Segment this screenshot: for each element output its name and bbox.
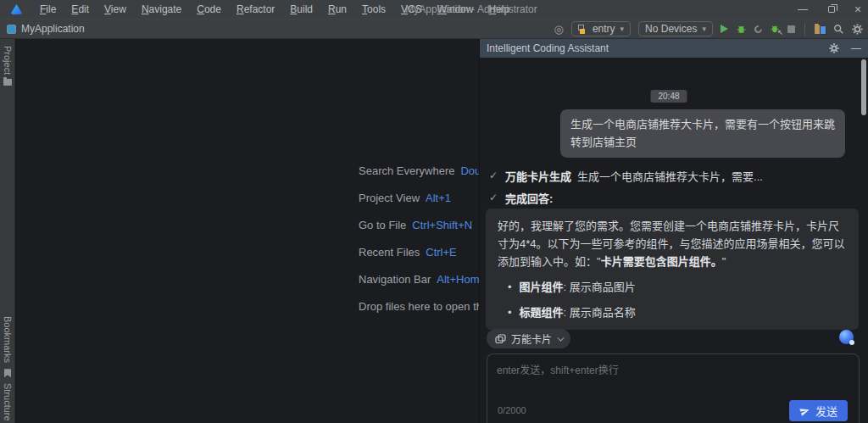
attach-profiler-icon[interactable] [753, 24, 764, 35]
menu-edit[interactable]: Edit [64, 0, 97, 19]
window-minimize-icon[interactable]: — [790, 3, 815, 15]
menu-run[interactable]: Run [320, 0, 354, 19]
window-title: MyApplication - Administrator [405, 3, 537, 15]
window-close-icon[interactable]: × [848, 3, 868, 16]
panel-settings-gear-icon[interactable] [829, 43, 839, 53]
deveco-logo-icon [11, 4, 22, 14]
assistant-step: ✓ 完成回答: [489, 188, 851, 207]
sidebar-item-bookmarks[interactable]: Bookmarks [3, 316, 13, 363]
debug-icon[interactable] [736, 24, 747, 35]
run-icon[interactable] [721, 25, 728, 33]
module-icon [578, 25, 587, 34]
left-tool-stripe: Project Bookmarks Structure [0, 39, 15, 423]
assistant-step: ✓ 万能卡片生成 生成一个电商店铺推荐大卡片，需要... [489, 166, 851, 185]
check-icon: ✓ [489, 170, 498, 181]
main-toolbar: MyApplication ◎ entry ▾ No Devices ▾ ↖ [0, 19, 868, 39]
window-restore-icon[interactable] [828, 6, 835, 13]
chevron-down-icon: ▾ [620, 25, 625, 33]
menu-navigate[interactable]: Navigate [134, 0, 189, 19]
project-selector[interactable]: MyApplication [7, 23, 85, 35]
arrow-icon: ↖ [777, 29, 783, 36]
message-composer: 0/2000 发送 [487, 353, 860, 423]
project-folder-icon [3, 79, 12, 86]
menu-build[interactable]: Build [282, 0, 320, 19]
assistant-panel-header: Intelligent Coding Assistant — [480, 39, 868, 58]
menu-refactor[interactable]: Refactor [229, 0, 282, 19]
send-button[interactable]: 发送 [789, 400, 848, 421]
assistant-panel: Intelligent Coding Assistant — 20:48 生成一… [479, 39, 868, 423]
card-icon [495, 334, 506, 344]
panel-scrollbar[interactable] [861, 59, 866, 115]
message-input[interactable] [487, 354, 859, 390]
list-item: • 图片组件: 展示商品图片 [498, 278, 847, 296]
settings-gear-icon[interactable] [852, 24, 863, 35]
send-label: 发送 [815, 403, 837, 419]
bookmark-icon [4, 369, 11, 377]
component-list: • 图片组件: 展示商品图片 • 标题组件: 展示商品名称 [498, 278, 847, 321]
stop-icon[interactable] [787, 25, 795, 33]
bullet-icon: • [508, 303, 512, 321]
response-text: 好的，我理解了您的需求。您需要创建一个电商店铺推荐卡片，卡片尺寸为4*4。以下为… [498, 220, 845, 268]
chat-timestamp: 20:48 [650, 90, 687, 103]
list-item: • 标题组件: 展示商品名称 [498, 303, 847, 321]
ai-sphere-icon[interactable] [839, 330, 854, 344]
device-label: No Devices [645, 23, 697, 35]
panel-minimize-icon[interactable]: — [851, 42, 861, 54]
paper-plane-icon [799, 406, 810, 416]
chevron-down-icon [557, 334, 564, 341]
device-dropdown[interactable]: No Devices ▾ [638, 21, 713, 36]
skill-selector-dropdown[interactable]: 万能卡片 [487, 329, 570, 348]
device-manager-icon[interactable] [815, 25, 826, 34]
menu-file[interactable]: File [32, 0, 64, 19]
window-controls: — × [790, 0, 868, 19]
menu-code[interactable]: Code [189, 0, 229, 19]
user-message-bubble: 生成一个电商店铺推荐大卡片，需要有一个按钮用来跳转到店铺主页 [560, 109, 845, 158]
project-name: MyApplication [21, 23, 85, 35]
target-icon[interactable]: ◎ [554, 24, 564, 35]
toolbar-separator [804, 23, 805, 36]
panel-title: Intelligent Coding Assistant [487, 42, 817, 54]
toolbar-actions: ◎ entry ▾ No Devices ▾ ↖ [554, 19, 863, 38]
chevron-down-icon: ▾ [702, 25, 706, 33]
run-config-dropdown[interactable]: entry ▾ [571, 21, 631, 36]
sidebar-item-structure[interactable]: Structure [3, 383, 13, 421]
char-counter: 0/2000 [498, 405, 526, 415]
check-icon: ✓ [489, 192, 498, 203]
title-bar: File Edit View Navigate Code Refactor Bu… [0, 0, 868, 19]
run-config-label: entry [593, 23, 615, 35]
menu-tools[interactable]: Tools [354, 0, 393, 19]
search-icon[interactable] [833, 24, 844, 35]
sidebar-item-project[interactable]: Project [3, 46, 13, 75]
project-icon [7, 25, 16, 34]
skill-label: 万能卡片 [511, 331, 552, 346]
menu-view[interactable]: View [97, 0, 134, 19]
attach-debugger-icon[interactable]: ↖ [770, 24, 780, 34]
bullet-icon: • [508, 278, 512, 296]
assistant-response-card: 好的，我理解了您的需求。您需要创建一个电商店铺推荐卡片，卡片尺寸为4*4。以下为… [486, 209, 859, 330]
